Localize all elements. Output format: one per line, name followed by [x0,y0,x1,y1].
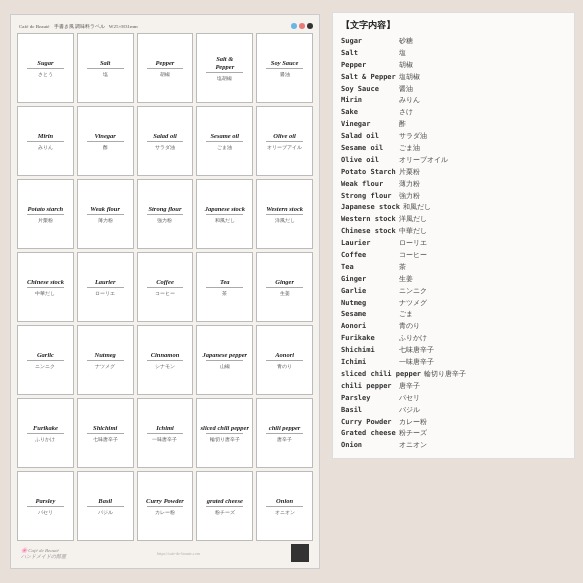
item-en: Sugar [341,36,396,48]
label-en: grated cheese [207,497,243,505]
item-en: Olive oil [341,155,396,167]
label-jp: サラダ油 [155,144,175,150]
label-jp: 粉チーズ [215,509,235,515]
label-cell: Chinese stock中華だし [17,252,74,322]
item-en: Tea [341,262,396,274]
content-item: Weak flour薄力粉 [341,179,566,191]
item-jp: 生姜 [399,274,413,286]
footer-url: https://cafe-de-beaute.com [157,551,200,556]
item-en: Shichimi [341,345,396,357]
content-item: Shichimi七味唐辛子 [341,345,566,357]
label-jp: 生姜 [280,290,290,296]
content-item: Garlieニンニク [341,286,566,298]
label-en: Olive oil [273,132,296,140]
label-jp: ごま油 [217,144,232,150]
content-item: Chinese stock中華だし [341,226,566,238]
label-cell: Sesame oilごま油 [196,106,253,176]
label-en: Parsley [35,497,55,505]
label-cell: Cinnamonシナモン [137,325,194,395]
item-jp: コーヒー [399,250,427,262]
label-en: Cinnamon [151,351,180,359]
label-divider [266,506,303,507]
item-en: Grated cheese [341,428,396,440]
item-jp: 七味唐辛子 [399,345,434,357]
item-jp: 片栗粉 [399,167,420,179]
label-en: Pepper [156,59,175,67]
label-cell: Strong flour強力粉 [137,179,194,249]
content-box: 【文字内容】 Sugar砂糖Salt塩Pepper胡椒Salt & Pepper… [332,12,575,459]
item-jp: カレー粉 [399,417,427,429]
item-jp: 薄力粉 [399,179,420,191]
item-en: chili pepper [341,381,396,393]
label-jp: コーヒー [155,290,175,296]
label-en: Japanese stock [205,205,245,213]
label-divider [206,141,243,142]
label-cell: grated cheese粉チーズ [196,471,253,541]
label-en: Ichimi [156,424,174,432]
label-jp: ふりかけ [35,436,55,442]
item-en: Weak flour [341,179,396,191]
label-jp: 塩胡椒 [217,75,232,81]
label-divider [266,68,303,69]
label-en: Sesame oil [210,132,239,140]
label-en: Curry Powder [146,497,184,505]
label-cell: Nutmegナツメグ [77,325,134,395]
label-en: Coffee [156,278,174,286]
label-en: Potato starch [28,205,64,213]
label-cell: Shichimi七味唐辛子 [77,398,134,468]
brand-text: Café de Beauté [19,24,50,29]
label-divider [206,214,243,215]
item-jp: ローリエ [399,238,427,250]
item-jp: 砂糖 [399,36,413,48]
item-jp: 胡椒 [399,60,413,72]
item-en: Western stock [341,214,396,226]
item-en: Curry Powder [341,417,396,429]
item-jp: 塩 [399,48,406,60]
item-en: Potato Starch [341,167,396,179]
footer-logo: 🌸 Café de Beauté ハンドメイドの部屋 [21,547,66,559]
label-jp: 洋風だし [275,217,295,223]
content-item: Sakeさけ [341,107,566,119]
content-item: Soy Sauce醤油 [341,84,566,96]
label-jp: バジル [98,509,113,515]
content-item: Pepper胡椒 [341,60,566,72]
label-en: Salt & Pepper [215,55,234,71]
color-dots [291,23,313,29]
label-jp: ニンニク [35,363,55,369]
label-cell: Vinegar酢 [77,106,134,176]
content-item: Onionオニオン [341,440,566,452]
item-en: sliced chili pepper [341,369,421,381]
label-cell: Western stock洋風だし [256,179,313,249]
labels-grid: SugarさとうSalt塩Pepper胡椒Salt & Pepper塩胡椒Soy… [17,33,313,541]
content-item: Ginger生姜 [341,274,566,286]
content-item: Coffeeコーヒー [341,250,566,262]
label-divider [27,433,64,434]
label-cell: Japanese stock和風だし [196,179,253,249]
subtitle-text: 手書き風 調味料ラベル [54,23,105,29]
content-title: 【文字内容】 [341,19,566,32]
label-jp: 唐辛子 [277,436,292,442]
label-cell: Parsleyパセリ [17,471,74,541]
label-divider [266,433,303,434]
item-en: Coffee [341,250,396,262]
label-cell: Curry Powderカレー粉 [137,471,194,541]
label-cell: Basilバジル [77,471,134,541]
item-en: Garlie [341,286,396,298]
label-en: Garlic [37,351,54,359]
label-en: chili pepper [269,424,301,432]
label-divider [206,287,243,288]
item-en: Soy Sauce [341,84,396,96]
content-item: Nutmegナツメグ [341,298,566,310]
main-container: Café de Beauté 手書き風 調味料ラベル W25×H31mm Sug… [0,0,583,583]
label-jp: 青のり [277,363,292,369]
label-divider [147,506,184,507]
sheet-header: Café de Beauté 手書き風 調味料ラベル W25×H31mm [17,23,313,29]
content-list: Sugar砂糖Salt塩Pepper胡椒Salt & Pepper塩胡椒Soy … [341,36,566,452]
content-item: Salt塩 [341,48,566,60]
label-en: Western stock [266,205,303,213]
label-en: Furikake [33,424,58,432]
footer-qr [291,544,309,562]
item-en: Vinegar [341,119,396,131]
item-jp: バジル [399,405,420,417]
item-jp: 塩胡椒 [399,72,420,84]
